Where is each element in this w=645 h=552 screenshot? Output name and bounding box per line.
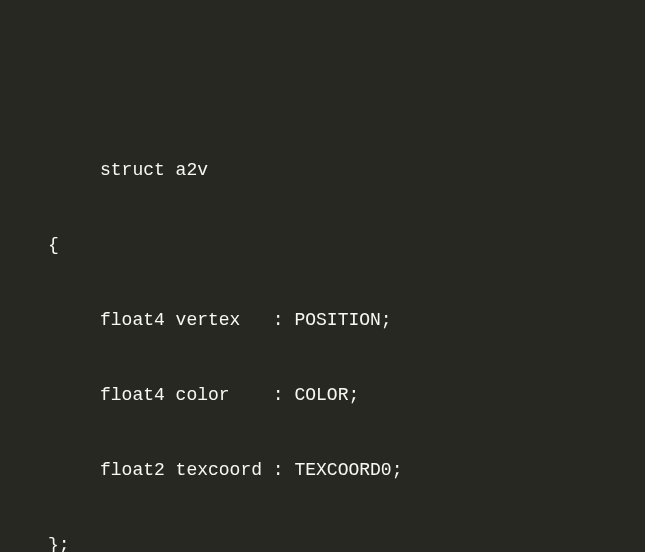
code-line: struct a2v bbox=[0, 158, 645, 183]
code-line: float4 vertex : POSITION; bbox=[0, 308, 645, 333]
code-line: }; bbox=[0, 533, 645, 552]
code-block[interactable]: struct a2v { float4 vertex : POSITION; f… bbox=[0, 108, 645, 552]
code-line: float2 texcoord : TEXCOORD0; bbox=[0, 458, 645, 483]
code-line: float4 color : COLOR; bbox=[0, 383, 645, 408]
code-line: { bbox=[0, 233, 645, 258]
